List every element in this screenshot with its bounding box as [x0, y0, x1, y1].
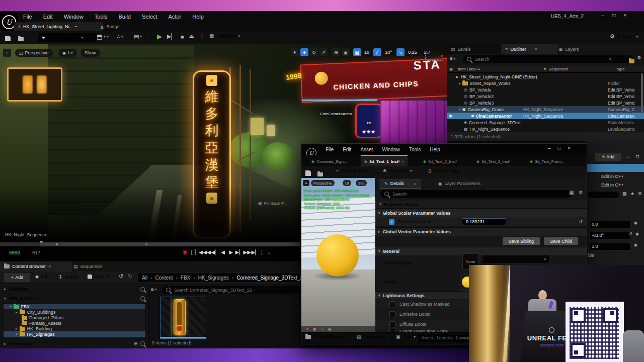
share-icon[interactable]: ∴ — [626, 154, 629, 159]
menu-select[interactable]: Select — [140, 14, 159, 20]
loop-mode-icon[interactable]: → — [266, 249, 272, 255]
table-row[interactable]: ▾ ▣ CameraRig_Crane HK_Night_Sequence Ca… — [447, 106, 644, 113]
tab-sequencer[interactable]: ▤ Sequencer — [73, 261, 102, 272]
fw-menu-asset[interactable]: Asset — [358, 147, 375, 152]
outliner-scrollbar[interactable] — [641, 73, 643, 114]
folder-fantasy-assets[interactable]: Fantasy_Assets — [4, 320, 145, 326]
close-tab-icon[interactable]: × — [535, 47, 537, 52]
fw-tab-4[interactable]: ◈ 3d_Text_Fram... — [530, 156, 564, 166]
type-column[interactable]: Type — [616, 67, 624, 71]
folder-fbx[interactable]: ▾FBX — [4, 304, 145, 309]
to-end-icon[interactable]: ▶▏ — [252, 249, 259, 255]
table-row[interactable]: ▸ Street_Repair_Works Folder — [447, 80, 644, 86]
general-header[interactable]: ▾General — [375, 247, 587, 255]
tab-levels[interactable]: ▤ Levels — [447, 44, 504, 54]
table-row[interactable]: ◎ BP_Vehicle2 Edit BP_Vehic — [447, 93, 644, 100]
cb-filter-icon[interactable]: ≡▾ — [151, 287, 156, 292]
current-frame[interactable]: 0000 — [9, 250, 20, 255]
outliner-search-input[interactable] — [474, 56, 607, 62]
show-dropdown[interactable]: Show — [80, 49, 100, 57]
revert-icon[interactable]: ↺ — [579, 219, 583, 224]
cb-search-input[interactable] — [173, 287, 286, 293]
preview-perspective-pill[interactable]: Perspective — [311, 180, 335, 186]
menu-help[interactable]: Help — [190, 14, 206, 20]
minimize-icon[interactable]: – — [601, 12, 604, 18]
fw-tab-2[interactable]: ◈ 3d_Text_2_Inst* — [423, 156, 457, 166]
fw-tab-3[interactable]: ◈ 3d_Text_3_Inst* — [476, 156, 511, 166]
breadcrumb-current[interactable]: Cornered_Signage_3DText_22 — [236, 275, 305, 281]
revert-icon[interactable]: ↺ — [628, 231, 632, 236]
fab-button[interactable]: ◆ Fab — [35, 274, 48, 279]
step-back-icon[interactable]: ◀▏ — [211, 249, 219, 255]
emissive-amount-input[interactable] — [462, 218, 506, 225]
close-icon[interactable]: × — [568, 145, 571, 151]
cb-search[interactable] — [162, 286, 302, 294]
fw-menu-edit[interactable]: Edit — [341, 147, 353, 152]
end-frame[interactable]: 017 — [32, 250, 40, 255]
asset-thumbnail-selected[interactable] — [160, 297, 206, 339]
save-all-button[interactable]: Save All — [88, 274, 111, 279]
preview-lit-pill[interactable]: Lit — [343, 180, 351, 186]
checkbox-unchecked[interactable] — [389, 301, 395, 307]
close-tab-icon[interactable]: × — [48, 264, 51, 269]
sequencer-timeline[interactable] — [0, 242, 300, 246]
folder-hk-building[interactable]: ▸HK_Building — [4, 326, 145, 331]
breadcrumb-all[interactable]: All — [142, 275, 155, 281]
table-row[interactable]: ◎ BP_Vehicle3 Edit BP_Vehic — [447, 100, 644, 106]
select-tool-icon[interactable]: ➤ — [291, 48, 299, 56]
details-settings-icon[interactable]: ⚙ — [579, 190, 583, 195]
hierarchy-dropdown[interactable]: ≛ Hierarchy ▾ — [383, 168, 412, 173]
save-sibling-button[interactable]: Save Sibling — [503, 237, 540, 245]
tab-layers[interactable]: ▣ Layers — [554, 44, 599, 54]
world-space-icon[interactable]: ⊕ — [332, 48, 340, 56]
platforms-dropdown[interactable]: ▦ Platforms ▾ — [209, 33, 240, 39]
transform-x-field[interactable]: 0.0 — [589, 221, 630, 228]
add-component-button[interactable]: +Add — [595, 153, 621, 161]
transform-rot-field[interactable]: -83.0° — [589, 232, 630, 239]
close-tab-icon[interactable]: × — [401, 159, 404, 164]
selected-component-row[interactable] — [586, 164, 644, 172]
rotation-snap-icon[interactable]: ∠ — [373, 48, 381, 56]
preview-tool-icon[interactable]: ▦ — [313, 327, 316, 331]
preview-tool-icon[interactable]: ◔ — [336, 327, 338, 331]
minimize-icon[interactable]: – — [548, 145, 551, 151]
prev-key-icon[interactable]: ◀◀ — [203, 249, 211, 255]
level-tab[interactable]: ⚠ HK_Street_Lighting_Ni... • — [14, 22, 103, 31]
fw-menu-tools[interactable]: Tools — [407, 147, 423, 152]
perspective-dropdown[interactable]: ◳ Perspective — [15, 49, 53, 57]
preview-tool-icon[interactable]: ≡ — [306, 327, 308, 331]
strip-search[interactable] — [588, 192, 619, 198]
playhead[interactable] — [39, 241, 43, 243]
menu-window[interactable]: Window — [62, 14, 86, 20]
scale-snap-value[interactable]: 0.25 — [406, 48, 420, 56]
new-folder-icon[interactable] — [629, 56, 634, 65]
favorite-icon[interactable]: ★ — [630, 191, 634, 196]
move-tool-icon[interactable]: + — [300, 48, 308, 56]
fw-details-search[interactable] — [380, 190, 573, 198]
tab-content-browser[interactable]: Content Browser × — [0, 261, 72, 272]
browse-content-icon[interactable] — [18, 34, 24, 43]
table-row[interactable]: ◈ Cornered_Signage_3DText_ StaticMeshAc — [447, 119, 644, 126]
menu-actor[interactable]: Actor — [167, 14, 184, 20]
fw-menu-help[interactable]: Help — [428, 147, 442, 152]
table-row[interactable]: ▲ HK_Street_Lighting_Night-CINE (Editor) — [447, 73, 644, 80]
checkbox-unchecked[interactable] — [389, 321, 395, 327]
fw-tab-active[interactable]: ◈ 3d_Text_1_Inst* × — [361, 155, 408, 167]
fw-browse-icon[interactable] — [317, 169, 323, 178]
play-options-icon[interactable]: ⋮ — [199, 33, 205, 40]
breadcrumb-content[interactable]: Content — [155, 275, 180, 281]
bridge-tab[interactable]: ◧ Bridge — [101, 22, 120, 31]
close-icon[interactable]: × — [623, 12, 626, 18]
visibility-column-icon[interactable]: ◉ — [449, 67, 453, 71]
menu-tools[interactable]: Tools — [93, 14, 110, 20]
fw-tab-details[interactable]: ✎ Details × — [379, 179, 421, 189]
play-icon[interactable]: ▶ — [157, 33, 162, 40]
preview-options-icon[interactable]: ≡ — [303, 180, 309, 186]
menu-edit[interactable]: Edit — [41, 14, 55, 20]
details-search-input[interactable] — [391, 191, 544, 197]
unlock-icon[interactable]: ⊓ — [635, 154, 639, 159]
play-reverse-icon[interactable]: ◀ — [219, 249, 227, 255]
forward-icon[interactable]: ↻ — [128, 273, 132, 280]
menu-build[interactable]: Build — [117, 14, 133, 20]
platform-stats-button[interactable]: ▯ Platform Stats — [428, 168, 461, 173]
